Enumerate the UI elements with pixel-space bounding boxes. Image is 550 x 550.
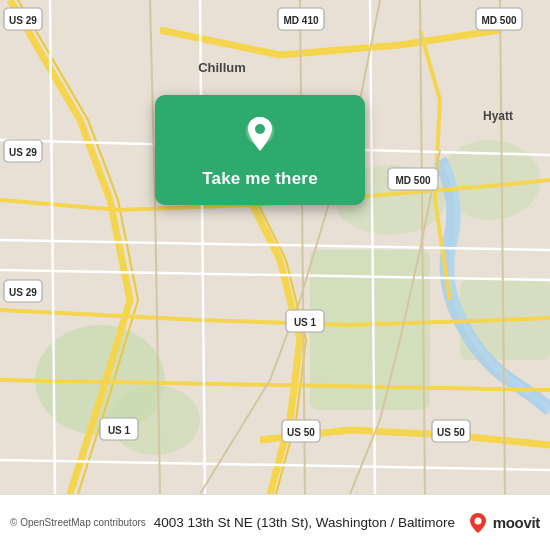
moovit-brand-label: moovit <box>493 514 540 531</box>
location-popup[interactable]: Take me there <box>155 95 365 205</box>
svg-text:US 50: US 50 <box>287 427 315 438</box>
svg-text:MD 500: MD 500 <box>395 175 430 186</box>
svg-text:US 29: US 29 <box>9 15 37 26</box>
take-me-there-button[interactable]: Take me there <box>198 167 322 191</box>
address-label: 4003 13th St NE (13th St), Washington / … <box>154 515 459 530</box>
svg-text:Chillum: Chillum <box>198 60 246 75</box>
svg-text:MD 410: MD 410 <box>283 15 318 26</box>
moovit-pin-icon <box>467 512 489 534</box>
svg-text:US 29: US 29 <box>9 287 37 298</box>
svg-text:US 1: US 1 <box>294 317 317 328</box>
pin-icon <box>238 113 282 157</box>
svg-text:US 29: US 29 <box>9 147 37 158</box>
svg-text:Hyatt: Hyatt <box>483 109 513 123</box>
moovit-logo: moovit <box>467 512 540 534</box>
bottom-bar: © OpenStreetMap contributors 4003 13th S… <box>0 494 550 550</box>
svg-text:US 1: US 1 <box>108 425 131 436</box>
svg-point-31 <box>255 124 265 134</box>
osm-attribution: © OpenStreetMap contributors <box>10 517 146 528</box>
svg-text:US 50: US 50 <box>437 427 465 438</box>
svg-point-32 <box>474 517 481 524</box>
map-view: US 29 US 29 US 29 MD 410 MD 500 MD 500 U… <box>0 0 550 494</box>
svg-text:MD 500: MD 500 <box>481 15 516 26</box>
